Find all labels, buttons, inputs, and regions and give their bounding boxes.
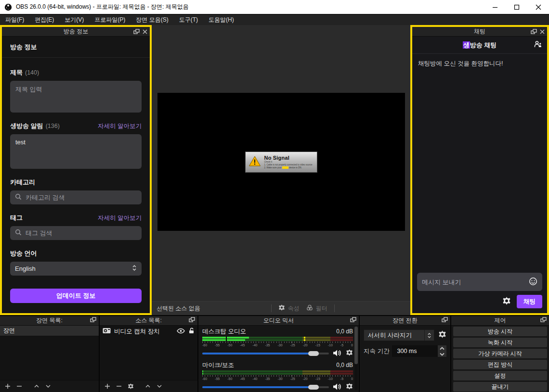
transition-select-value: 서서히 사라지기	[368, 331, 412, 340]
language-select[interactable]: English	[10, 262, 142, 276]
add-scene-button[interactable]	[3, 381, 13, 391]
emote-smiley-icon[interactable]	[529, 277, 537, 287]
stream-info-dock-header: 방송 정보	[2, 27, 150, 37]
lock-open-icon[interactable]	[188, 328, 195, 335]
volume-meter: -60-55-50-45-40-35-30-25-20-15-10-50	[202, 370, 353, 380]
video-canvas[interactable]: No Signal Check it: 1. Cable is not prop…	[157, 93, 405, 231]
menu-profile[interactable]: 프로파일(P)	[89, 14, 131, 25]
start-streaming-button[interactable]: 방송 시작	[453, 327, 547, 336]
dock-float-icon[interactable]	[133, 29, 140, 35]
video-capture-icon	[103, 328, 111, 335]
title-field-label: 제목	[10, 68, 23, 77]
chat-messages: 채팅방에 오신 것을 환영합니다!	[412, 54, 547, 269]
tags-field-label: 태그	[10, 214, 23, 222]
select-chevrons-icon	[424, 330, 434, 341]
start-virtual-camera-button[interactable]: 가상 카메라 시작	[453, 349, 547, 358]
speaker-icon[interactable]	[333, 349, 342, 358]
notification-learn-more-link[interactable]: 자세히 알아보기	[98, 122, 142, 130]
add-source-button[interactable]	[103, 381, 112, 391]
source-move-up-button[interactable]	[143, 381, 153, 391]
menu-scene-collection[interactable]: 장면 모음(S)	[131, 14, 173, 25]
dock-float-icon[interactable]	[531, 29, 537, 35]
filters-button[interactable]: 필터	[306, 304, 327, 313]
volume-slider[interactable]	[202, 353, 329, 354]
channel-gear-icon[interactable]	[346, 349, 353, 358]
properties-button[interactable]: 속성	[278, 304, 300, 313]
dock-close-icon[interactable]	[539, 29, 545, 35]
no-signal-title: No Signal	[264, 155, 313, 161]
channel-db-value: 0,0 dB	[336, 362, 353, 368]
notification-char-count: (136)	[46, 123, 60, 129]
mixer-scrollbar[interactable]	[354, 327, 358, 390]
menu-file[interactable]: 파일(F)	[0, 14, 29, 25]
chat-message-input[interactable]	[422, 278, 529, 286]
scene-transition-dock: 장면 전환 서서히 사라지기 지속 기간 300 ms	[360, 316, 450, 392]
community-users-icon[interactable]	[534, 40, 542, 50]
canvas-area: No Signal Check it: 1. Cable is not prop…	[152, 25, 410, 301]
source-list-item[interactable]: 비디오 캡쳐 장치	[100, 326, 197, 337]
chat-settings-gear-icon[interactable]	[502, 297, 511, 307]
mixer-body: 데스크탑 오디오 0,0 dB -60-55-50-45-40-35-30-25…	[198, 326, 359, 392]
scene-move-down-button[interactable]	[43, 381, 53, 391]
dock-float-icon[interactable]	[442, 317, 448, 324]
search-icon	[15, 193, 22, 202]
transition-properties-gear-icon[interactable]	[438, 330, 446, 340]
tags-learn-more-link[interactable]: 자세히 알아보기	[98, 214, 142, 222]
transition-dock-title: 장면 전환	[360, 316, 442, 325]
tags-search-box[interactable]	[10, 226, 142, 240]
studio-mode-button[interactable]: 편집 방식	[453, 360, 547, 369]
speaker-icon[interactable]	[333, 383, 342, 392]
source-properties-gear-icon[interactable]	[126, 381, 135, 391]
settings-button[interactable]: 설정	[453, 371, 547, 380]
duration-decrease-button[interactable]	[438, 351, 446, 357]
slider-handle[interactable]	[308, 385, 319, 390]
category-search-input[interactable]	[26, 194, 137, 201]
menu-view[interactable]: 보기(V)	[59, 14, 89, 25]
source-move-down-button[interactable]	[155, 381, 164, 391]
close-button[interactable]	[527, 0, 549, 14]
volume-slider[interactable]	[202, 386, 329, 388]
start-recording-button[interactable]: 녹화 시작	[453, 338, 547, 347]
menu-help[interactable]: 도움말(H)	[203, 14, 239, 25]
dock-float-icon[interactable]	[189, 317, 196, 324]
scene-list-item[interactable]: 장면	[0, 326, 99, 336]
dock-float-icon[interactable]	[350, 317, 357, 324]
dock-float-icon[interactable]	[540, 317, 547, 324]
stream-info-body: 방송 정보 제목 (140) 생방송 알림 (136) 자세히 알아보기 카테고	[2, 37, 150, 313]
remove-source-button[interactable]	[114, 381, 124, 391]
source-name: 비디오 캡쳐 장치	[114, 328, 173, 336]
dock-close-icon[interactable]	[142, 29, 148, 35]
window-title: OBS 26.0.0 (64-bit, windows) - 프로파일: 제목없…	[16, 3, 484, 11]
duration-increase-button[interactable]	[438, 345, 446, 351]
duration-spinbox[interactable]: 300 ms	[392, 345, 446, 357]
notification-input[interactable]	[10, 134, 142, 169]
menu-edit[interactable]: 편집(E)	[29, 14, 59, 25]
no-source-selected-label: 선택된 소스 없음	[157, 304, 200, 313]
menu-tools[interactable]: 도구(T)	[174, 14, 203, 25]
scene-move-up-button[interactable]	[32, 381, 41, 391]
dock-float-icon[interactable]	[90, 317, 97, 324]
tags-search-input[interactable]	[26, 229, 137, 237]
transition-select[interactable]: 서서히 사라지기	[364, 329, 434, 341]
channel-gear-icon[interactable]	[346, 383, 353, 392]
slider-handle[interactable]	[308, 351, 319, 356]
stream-title-input[interactable]	[10, 81, 142, 113]
sources-dock: 소스 목록: 비디오 캡쳐 장치	[100, 316, 197, 392]
category-search-box[interactable]	[10, 190, 142, 204]
volume-meter: -60-55-50-45-40-35-30-25-20-15-10-50	[202, 337, 353, 347]
chat-input-box[interactable]	[417, 273, 542, 291]
update-info-button[interactable]: 업데이트 정보	[10, 289, 142, 303]
stream-info-dock-title: 방송 정보	[2, 27, 133, 36]
scenes-toolbar	[0, 380, 99, 392]
exit-button[interactable]: 끝내기	[453, 382, 547, 392]
minimize-button[interactable]	[484, 0, 506, 14]
mixer-channel-desktop-audio: 데스크탑 오디오 0,0 dB -60-55-50-45-40-35-30-25…	[202, 328, 353, 358]
main-area: 방송 정보 방송 정보 제목 (140) 생방송 알림 (136)	[0, 25, 549, 315]
sources-toolbar	[100, 380, 197, 392]
maximize-button[interactable]	[506, 0, 527, 14]
chat-dock-title: 채팅	[412, 27, 531, 36]
category-field-label: 카테고리	[10, 178, 35, 187]
chat-send-button[interactable]: 채팅	[517, 295, 542, 308]
remove-scene-button[interactable]	[14, 381, 24, 391]
visibility-eye-icon[interactable]	[177, 328, 185, 335]
